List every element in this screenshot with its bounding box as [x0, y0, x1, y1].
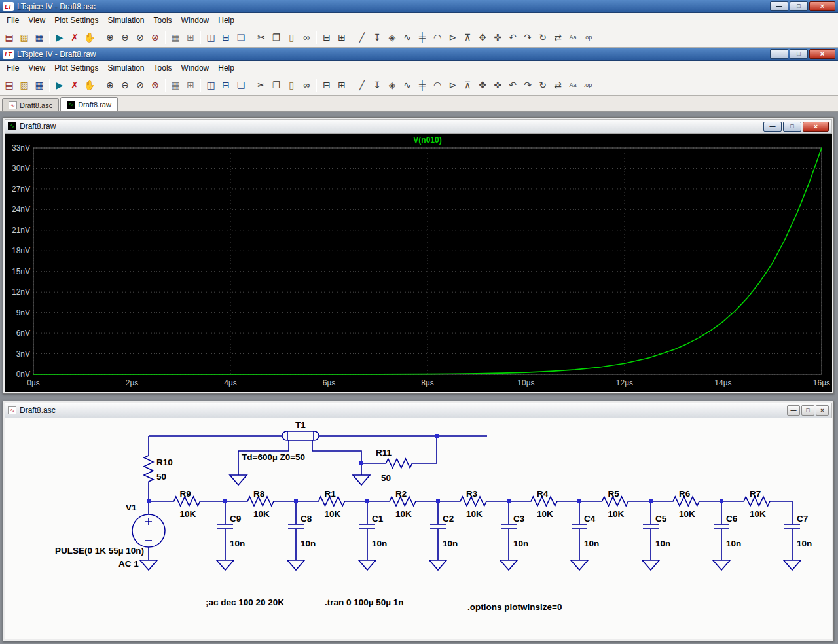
label-net-icon[interactable]: ◈ — [385, 30, 399, 45]
maximize-button[interactable]: □ — [790, 1, 808, 11]
grid-icon[interactable]: ▦ — [168, 78, 183, 92]
autorange-icon[interactable]: ⊞ — [183, 78, 198, 92]
minimize-button[interactable]: — — [763, 122, 782, 132]
spice-directive-text[interactable]: .tran 0 100µ 50µ 1n — [325, 598, 404, 607]
capacitor-C5[interactable]: C510n — [642, 501, 670, 570]
minimize-button[interactable]: — — [787, 405, 800, 416]
close-button[interactable]: × — [809, 1, 835, 11]
move-icon[interactable]: ✥ — [475, 78, 490, 92]
print-icon[interactable]: ⊟ — [319, 78, 334, 92]
menu-tools[interactable]: Tools — [149, 62, 177, 75]
minimize-button[interactable]: — — [770, 1, 788, 11]
cut-icon[interactable]: ✂ — [254, 30, 268, 45]
menu-plot-settings[interactable]: Plot Settings — [50, 62, 103, 75]
save-icon[interactable]: ▦ — [32, 78, 46, 92]
capacitor-icon[interactable]: ╪ — [415, 30, 429, 45]
maximize-button[interactable]: □ — [790, 49, 808, 59]
text-icon[interactable]: Aa — [566, 78, 580, 92]
spice-directive-text[interactable]: .options plotwinsize=0 — [467, 602, 562, 612]
voltage-source-V1[interactable]: V1PULSE(0 1K 55µ 10n)AC 1 — [55, 501, 165, 570]
resistor-icon[interactable]: ∿ — [400, 78, 414, 92]
text-icon[interactable]: Aa — [566, 30, 580, 45]
zoom-previous-icon[interactable]: ⊘ — [133, 78, 147, 92]
menu-view[interactable]: View — [24, 62, 50, 75]
component-icon[interactable]: ⊼ — [460, 78, 475, 92]
titlebar-app1[interactable]: LT LTspice IV - Draft8.asc —□× — [0, 0, 838, 13]
close-button[interactable]: × — [809, 49, 835, 59]
resistor-R9[interactable]: R910K — [149, 489, 225, 519]
capacitor-C9[interactable]: C910n — [217, 501, 245, 570]
run-icon[interactable]: ▶ — [52, 30, 67, 45]
tile-horizontal-icon[interactable]: ⊟ — [219, 30, 233, 45]
cut-icon[interactable]: ✂ — [254, 78, 268, 92]
close-button[interactable]: × — [803, 122, 829, 132]
move-icon[interactable]: ✥ — [475, 30, 490, 45]
maximize-button[interactable]: □ — [783, 122, 801, 132]
drag-icon[interactable]: ✜ — [490, 30, 505, 45]
new-schematic-icon[interactable]: ▤ — [2, 78, 16, 92]
capacitor-C1[interactable]: C110n — [359, 501, 387, 570]
menu-window[interactable]: Window — [177, 14, 214, 27]
grid-icon[interactable]: ▦ — [168, 30, 183, 45]
tile-vertical-icon[interactable]: ◫ — [204, 78, 218, 92]
tile-horizontal-icon[interactable]: ⊟ — [219, 78, 233, 92]
rotate-icon[interactable]: ↻ — [536, 30, 550, 45]
component-icon[interactable]: ⊼ — [460, 30, 475, 45]
close-button[interactable]: × — [816, 405, 829, 416]
tab-draft8.raw[interactable]: ∿Draft8.raw — [60, 97, 118, 111]
zoom-in-icon[interactable]: ⊕ — [103, 78, 117, 92]
zoom-out-icon[interactable]: ⊖ — [118, 30, 132, 45]
diode-icon[interactable]: ⊳ — [445, 78, 460, 92]
redo-icon[interactable]: ↷ — [520, 30, 535, 45]
menu-simulation[interactable]: Simulation — [103, 62, 149, 75]
diode-icon[interactable]: ⊳ — [445, 30, 460, 45]
wire-icon[interactable]: ╱ — [355, 78, 369, 92]
paste-icon[interactable]: ▯ — [284, 30, 299, 45]
schematic-drawing[interactable]: T1Td=600µ Z0=50R1150R1050V1PULSE(0 1K 55… — [5, 418, 832, 639]
capacitor-C3[interactable]: C310n — [500, 501, 528, 570]
print-preview-icon[interactable]: ⊞ — [335, 30, 349, 45]
wire-icon[interactable]: ╱ — [355, 30, 369, 45]
menu-tools[interactable]: Tools — [149, 14, 177, 27]
zoom-previous-icon[interactable]: ⊘ — [133, 30, 147, 45]
redo-icon[interactable]: ↷ — [520, 78, 535, 92]
paste-icon[interactable]: ▯ — [284, 78, 299, 92]
save-icon[interactable]: ▦ — [32, 30, 46, 45]
zoom-full-extents-icon[interactable]: ⊛ — [148, 78, 162, 92]
waveform-plot[interactable]: 0µs2µs4µs6µs8µs10µs12µs14µs16µs33nV30nV2… — [5, 134, 832, 392]
spice-directive-icon[interactable]: .op — [581, 78, 595, 92]
drag-icon[interactable]: ✜ — [490, 78, 505, 92]
resistor-R11[interactable]: R1150 — [353, 436, 437, 485]
spice-directive-text[interactable]: ;ac dec 100 20 20K — [206, 598, 284, 607]
menu-file[interactable]: File — [2, 14, 24, 27]
minimize-button[interactable]: — — [770, 49, 788, 59]
capacitor-C4[interactable]: C410n — [571, 501, 599, 570]
menu-help[interactable]: Help — [213, 62, 239, 75]
tile-vertical-icon[interactable]: ◫ — [204, 30, 218, 45]
halt-icon[interactable]: ✗ — [67, 30, 82, 45]
waveform-canvas[interactable]: 0µs2µs4µs6µs8µs10µs12µs14µs16µs33nV30nV2… — [5, 134, 832, 392]
ground-icon[interactable]: ↧ — [370, 78, 384, 92]
inductor-icon[interactable]: ◠ — [430, 78, 445, 92]
capacitor-icon[interactable]: ╪ — [415, 78, 429, 92]
pan-hand-icon[interactable]: ✋ — [82, 78, 97, 92]
undo-icon[interactable]: ↶ — [505, 78, 520, 92]
zoom-full-extents-icon[interactable]: ⊛ — [148, 30, 162, 45]
halt-icon[interactable]: ✗ — [67, 78, 82, 92]
open-icon[interactable]: ▨ — [17, 30, 31, 45]
menu-view[interactable]: View — [24, 14, 50, 27]
undo-icon[interactable]: ↶ — [505, 30, 520, 45]
cascade-icon[interactable]: ❏ — [234, 30, 248, 45]
spice-directive-icon[interactable]: .op — [581, 30, 595, 45]
zoom-out-icon[interactable]: ⊖ — [118, 78, 132, 92]
capacitor-C8[interactable]: C810n — [287, 501, 316, 570]
menu-file[interactable]: File — [2, 62, 24, 75]
schematic-canvas[interactable]: T1Td=600µ Z0=50R1150R1050V1PULSE(0 1K 55… — [5, 418, 832, 639]
tab-draft8.asc[interactable]: ∿Draft8.asc — [2, 98, 59, 111]
pan-hand-icon[interactable]: ✋ — [82, 30, 97, 45]
cascade-icon[interactable]: ❏ — [234, 78, 248, 92]
menu-simulation[interactable]: Simulation — [103, 14, 149, 27]
find-icon[interactable]: ∞ — [299, 78, 314, 92]
autorange-icon[interactable]: ⊞ — [183, 30, 198, 45]
inductor-icon[interactable]: ◠ — [430, 30, 445, 45]
